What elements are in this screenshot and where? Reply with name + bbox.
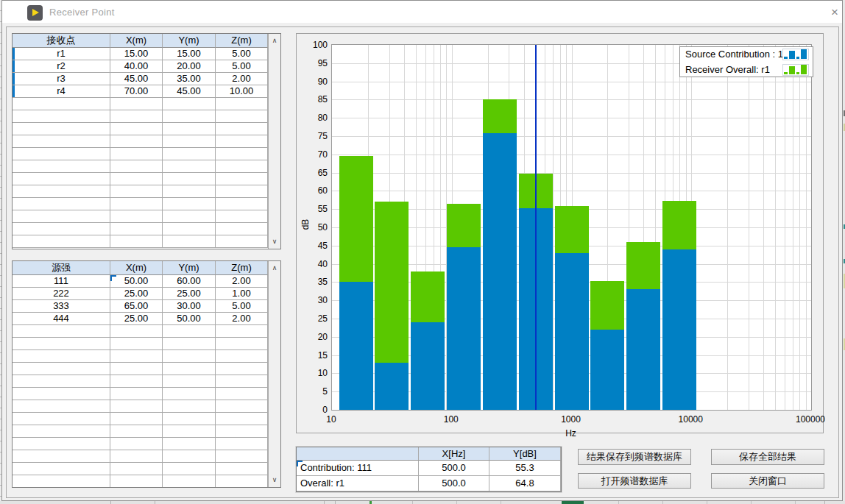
table-cell[interactable]: 25.00: [110, 288, 163, 300]
table-row: r240.0020.005.00: [13, 60, 268, 73]
scroll-up-button[interactable]: ∧: [269, 263, 280, 274]
chart-legend[interactable]: Source Contribution : 111 Receiver Overa…: [679, 46, 813, 77]
save-to-spectrum-db-button[interactable]: 结果保存到频谱数据库: [578, 449, 691, 465]
table-cell[interactable]: 500.0: [419, 476, 489, 491]
table-cell[interactable]: 222: [13, 288, 110, 300]
y-tick-label: 35: [298, 277, 328, 287]
empty-cell: [110, 198, 163, 210]
table-cell[interactable]: Overall: r1: [297, 476, 419, 491]
table-cell[interactable]: 1.00: [216, 288, 268, 300]
empty-cell: [216, 185, 268, 198]
table-cell[interactable]: 65.00: [110, 300, 163, 313]
gridline-vertical-minor: [793, 45, 793, 410]
empty-cell: [110, 350, 163, 363]
receiver-table-scrollbar[interactable]: ∧ ∨: [268, 34, 280, 249]
cursor-readout-table: X[Hz]Y[dB]Contribution: 111500.055.3Over…: [296, 447, 562, 492]
table-cell[interactable]: 2.00: [216, 73, 268, 85]
empty-cell: [13, 350, 110, 363]
receiver-table-grid: 接收点X(m)Y(m)Z(m)r115.0015.005.00r240.0020…: [13, 34, 268, 249]
table-cell[interactable]: 15.00: [110, 48, 163, 60]
close-window-button[interactable]: 关闭窗口: [711, 473, 824, 489]
empty-row: [13, 98, 268, 110]
table-cell[interactable]: 70.00: [110, 85, 163, 98]
table-cell[interactable]: 64.8: [489, 476, 561, 491]
bar-contribution-2000hz: [590, 330, 624, 410]
empty-cell: [163, 198, 216, 210]
empty-cell: [216, 450, 268, 463]
empty-cell: [110, 223, 163, 235]
table-cell[interactable]: 333: [13, 300, 110, 313]
empty-cell: [13, 438, 110, 450]
table-cell[interactable]: r4: [13, 85, 110, 98]
table-cell[interactable]: 55.3: [489, 461, 561, 476]
table-cell[interactable]: 5.00: [216, 60, 268, 73]
table-cell[interactable]: 2.00: [216, 275, 268, 288]
table-cell[interactable]: 500.0: [419, 461, 489, 476]
scroll-down-button[interactable]: ∨: [269, 236, 280, 247]
table-cell[interactable]: 50.00: [163, 313, 216, 325]
table-cell[interactable]: 60.00: [163, 275, 216, 288]
empty-row: [13, 185, 268, 198]
empty-row: [13, 450, 268, 463]
table-cell[interactable]: 20.00: [163, 60, 216, 73]
table-cell[interactable]: 5.00: [216, 48, 268, 60]
chart-cursor[interactable]: [535, 45, 537, 410]
y-tick-label: 70: [298, 149, 328, 160]
table-cell[interactable]: 25.00: [163, 288, 216, 300]
gridline-vertical-minor: [763, 45, 764, 410]
header-row: X[Hz]Y[dB]: [297, 447, 561, 461]
empty-cell: [216, 235, 268, 248]
empty-cell: [163, 160, 216, 173]
table-cell[interactable]: 10.00: [216, 85, 268, 98]
scroll-down-button[interactable]: ∨: [269, 475, 280, 486]
bar-contribution-1000hz: [555, 253, 589, 410]
empty-cell: [110, 148, 163, 160]
table-cell[interactable]: 35.00: [163, 73, 216, 85]
empty-row: [13, 350, 268, 363]
empty-cell: [216, 425, 268, 438]
table-cell[interactable]: 15.00: [163, 48, 216, 60]
chevron-up-icon: ∧: [272, 264, 277, 271]
table-cell[interactable]: r1: [13, 48, 110, 60]
empty-cell: [163, 235, 216, 248]
save-all-results-button[interactable]: 保存全部结果: [711, 449, 824, 465]
empty-cell: [216, 338, 268, 350]
empty-cell: [110, 123, 163, 135]
table-cell[interactable]: 40.00: [110, 60, 163, 73]
table-cell[interactable]: 50.00: [110, 275, 163, 288]
table-cell[interactable]: 444: [13, 313, 110, 325]
empty-cell: [110, 475, 163, 487]
table-cell[interactable]: 45.00: [163, 85, 216, 98]
empty-cell: [13, 98, 110, 110]
window-close-button[interactable]: ×: [825, 4, 844, 21]
table-cell[interactable]: r2: [13, 60, 110, 73]
source-table-scrollbar[interactable]: ∧ ∨: [268, 261, 280, 487]
empty-cell: [216, 210, 268, 223]
table-cell[interactable]: 111: [13, 275, 110, 288]
empty-cell: [163, 375, 216, 388]
empty-cell: [110, 173, 163, 185]
empty-cell: [13, 123, 110, 135]
empty-row: [13, 413, 268, 425]
empty-cell: [13, 363, 110, 375]
y-tick-label: 95: [298, 58, 328, 68]
open-spectrum-db-button[interactable]: 打开频谱数据库: [578, 473, 691, 489]
empty-cell: [163, 135, 216, 148]
empty-cell: [110, 363, 163, 375]
table-cell[interactable]: 30.00: [163, 300, 216, 313]
scroll-up-button[interactable]: ∧: [269, 35, 280, 46]
empty-row: [13, 325, 268, 338]
table-cell[interactable]: r3: [13, 73, 110, 85]
empty-cell: [110, 210, 163, 223]
table-cell[interactable]: Contribution: 111: [297, 461, 419, 476]
empty-cell: [110, 160, 163, 173]
plot-area[interactable]: [331, 44, 812, 411]
table-cell[interactable]: 45.00: [110, 73, 163, 85]
table-cell[interactable]: 25.00: [110, 313, 163, 325]
empty-cell: [13, 135, 110, 148]
empty-cell: [13, 325, 110, 338]
table-cell[interactable]: 2.00: [216, 313, 268, 325]
legend-label: Receiver Overall: r1: [685, 63, 770, 77]
empty-cell: [110, 135, 163, 148]
table-cell[interactable]: 5.00: [216, 300, 268, 313]
